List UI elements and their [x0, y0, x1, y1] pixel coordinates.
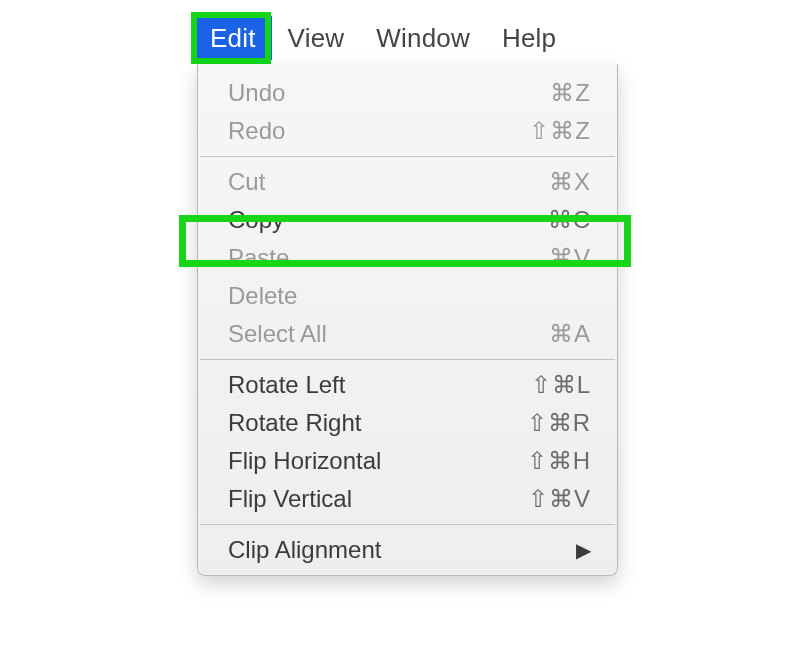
menubar-item-window[interactable]: Window: [360, 16, 486, 60]
menu-item-label: Delete: [228, 282, 297, 310]
edit-dropdown-menu: Undo ⌘Z Redo ⇧⌘Z Cut ⌘X Copy ⌘C Paste ⌘V…: [197, 64, 618, 576]
menu-item-shortcut: ⇧⌘R: [527, 409, 591, 437]
menu-item-label: Rotate Right: [228, 409, 361, 437]
menu-item-label: Flip Vertical: [228, 485, 352, 513]
menu-item-shortcut: ⌘A: [549, 320, 591, 348]
menu-item-undo[interactable]: Undo ⌘Z: [198, 74, 617, 112]
menubar-item-help[interactable]: Help: [486, 16, 572, 60]
menubar-item-view[interactable]: View: [272, 16, 361, 60]
menu-item-label: Paste: [228, 244, 289, 272]
menu-item-shortcut: ⌘Z: [550, 79, 591, 107]
menu-item-label: Undo: [228, 79, 285, 107]
menu-item-rotate-left[interactable]: Rotate Left ⇧⌘L: [198, 366, 617, 404]
menu-item-paste[interactable]: Paste ⌘V: [198, 239, 617, 277]
menu-item-redo[interactable]: Redo ⇧⌘Z: [198, 112, 617, 150]
menu-item-label: Redo: [228, 117, 285, 145]
menu-item-label: Flip Horizontal: [228, 447, 381, 475]
menu-item-clip-alignment[interactable]: Clip Alignment ▶: [198, 531, 617, 569]
menu-item-rotate-right[interactable]: Rotate Right ⇧⌘R: [198, 404, 617, 442]
menu-item-label: Select All: [228, 320, 327, 348]
menubar: Edit View Window Help: [194, 16, 572, 60]
menu-item-shortcut: ⌘C: [548, 206, 591, 234]
menu-item-label: Clip Alignment: [228, 536, 381, 564]
menu-item-select-all[interactable]: Select All ⌘A: [198, 315, 617, 353]
menu-separator: [200, 359, 615, 360]
menu-item-shortcut: ⌘X: [549, 168, 591, 196]
menu-separator: [200, 156, 615, 157]
menu-item-flip-horizontal[interactable]: Flip Horizontal ⇧⌘H: [198, 442, 617, 480]
menu-item-cut[interactable]: Cut ⌘X: [198, 163, 617, 201]
menu-item-label: Rotate Left: [228, 371, 345, 399]
menu-item-shortcut: ⌘V: [549, 244, 591, 272]
menu-item-flip-vertical[interactable]: Flip Vertical ⇧⌘V: [198, 480, 617, 518]
menu-separator: [200, 524, 615, 525]
menu-item-copy[interactable]: Copy ⌘C: [198, 201, 617, 239]
menu-item-shortcut: ⇧⌘L: [531, 371, 591, 399]
menu-item-shortcut: ⇧⌘V: [528, 485, 591, 513]
menubar-item-edit[interactable]: Edit: [194, 16, 272, 60]
menu-item-shortcut: ⇧⌘Z: [529, 117, 591, 145]
menu-item-label: Copy: [228, 206, 284, 234]
menu-item-shortcut: ⇧⌘H: [527, 447, 591, 475]
menu-item-delete[interactable]: Delete: [198, 277, 617, 315]
submenu-arrow-icon: ▶: [576, 538, 591, 562]
menu-item-label: Cut: [228, 168, 265, 196]
